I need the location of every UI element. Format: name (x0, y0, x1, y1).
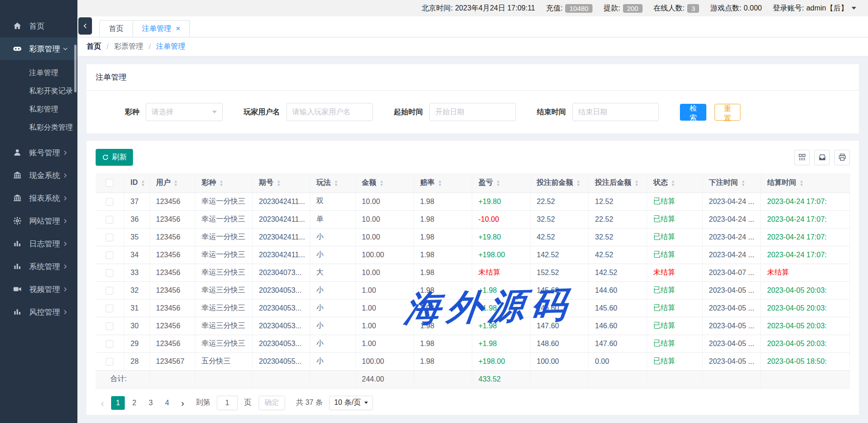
sidebar-item-log[interactable]: 日志管理 (0, 232, 77, 255)
col-header-odds[interactable]: 赔率▲▼ (414, 173, 472, 193)
cell-bet-time: 2023-04-05 ... (702, 335, 761, 352)
row-checkbox[interactable] (106, 287, 113, 295)
sidebar-item-account[interactable]: 账号管理 (0, 141, 77, 164)
cell-lottery: 幸运三分快三 (195, 281, 252, 299)
sidebar-subitem-private-lottery-category[interactable]: 私彩分类管理 (0, 118, 77, 137)
sidebar-item-cash[interactable]: 现金系统 (0, 164, 77, 187)
row-checkbox[interactable] (106, 340, 113, 348)
withdraw-badge[interactable]: 200 (623, 4, 643, 13)
select-all-checkbox[interactable] (106, 179, 113, 187)
row-checkbox[interactable] (106, 358, 113, 366)
sidebar-item-system[interactable]: 系统管理 (0, 255, 77, 278)
sort-icon[interactable]: ▲▼ (496, 179, 500, 187)
cell-after-amount: 22.52 (588, 210, 647, 228)
end-date-input[interactable] (572, 103, 659, 121)
col-header-profit[interactable]: 盈亏▲▼ (472, 173, 530, 193)
row-checkbox[interactable] (106, 234, 113, 241)
cell-before-amount: 142.52 (530, 246, 588, 264)
account-menu[interactable]: 登录账号: admin【后】 (773, 4, 856, 13)
cell-user: 123456 (149, 317, 195, 335)
breadcrumb-item[interactable]: 彩票管理 (114, 42, 143, 51)
row-checkbox[interactable] (106, 198, 113, 206)
col-header-amount[interactable]: 金额▲▼ (355, 173, 414, 193)
sidebar-item-report[interactable]: 报表系统 (0, 187, 77, 209)
col-header-before-amount[interactable]: 投注前金额▲▼ (530, 173, 588, 193)
withdraw-stat: 提款: 200 (603, 4, 642, 13)
row-checkbox[interactable] (106, 305, 113, 312)
sort-icon[interactable]: ▲▼ (635, 179, 639, 187)
col-header-issue[interactable]: 期号▲▼ (252, 173, 310, 193)
col-header-bet-time[interactable]: 下注时间▲▼ (702, 173, 761, 193)
sidebar-item-lottery[interactable]: 彩票管理 (0, 37, 77, 60)
sort-icon[interactable]: ▲▼ (438, 179, 442, 187)
pagination-page-4[interactable]: 4 (160, 396, 174, 410)
col-header-label: 赔率 (420, 178, 435, 186)
pagination-next[interactable]: › (177, 396, 189, 410)
row-checkbox[interactable] (106, 269, 113, 277)
col-header-play[interactable]: 玩法▲▼ (310, 173, 355, 193)
end-time-label: 结束时间 (537, 107, 566, 117)
recharge-badge[interactable]: 10480 (565, 4, 592, 13)
row-checkbox[interactable] (106, 322, 113, 330)
cell-user: 1234567 (149, 352, 195, 370)
sort-icon[interactable]: ▲▼ (141, 179, 145, 187)
tab-bet-orders[interactable]: 注单管理× (133, 20, 190, 37)
reset-button[interactable]: 重置 (715, 104, 740, 121)
refresh-button[interactable]: 刷新 (96, 149, 133, 166)
col-header-user[interactable]: 用户▲▼ (149, 173, 195, 193)
cell-bet-time: 2023-04-24 ... (702, 193, 761, 210)
username-input[interactable] (286, 103, 373, 121)
online-stat: 在线人数: 3 (654, 4, 700, 13)
lottery-select[interactable]: 请选择 (146, 103, 223, 121)
search-button[interactable]: 检索 (680, 104, 707, 121)
recharge-stat: 充值: 10480 (546, 4, 592, 13)
start-date-input[interactable] (429, 103, 516, 121)
sidebar-item-video[interactable]: 视频管理 (0, 278, 77, 301)
sort-icon[interactable]: ▲▼ (174, 179, 178, 187)
breadcrumb-item[interactable]: 首页 (87, 42, 101, 51)
col-header-settle-time[interactable]: 结算时间▲▼ (761, 173, 849, 193)
col-header-status[interactable]: 状态▲▼ (647, 173, 702, 193)
per-page-select[interactable]: 10 条/页 (329, 396, 373, 410)
row-checkbox[interactable] (106, 216, 113, 224)
sidebar-scrollbar[interactable] (74, 45, 77, 92)
column-filter-button[interactable] (794, 150, 810, 165)
goto-confirm-button[interactable]: 确定 (259, 396, 285, 410)
sort-icon[interactable]: ▲▼ (577, 179, 581, 187)
pagination-page-2[interactable]: 2 (128, 396, 141, 410)
goto-page-input[interactable] (217, 396, 238, 410)
sidebar-collapse-button[interactable] (78, 17, 92, 35)
pagination-page-1[interactable]: 1 (111, 396, 125, 410)
table-row: 33123456幸运三分快三202304073...大10.001.98未结算1… (96, 264, 849, 281)
sort-icon[interactable]: ▲▼ (800, 179, 804, 187)
col-header-id[interactable]: ID▲▼ (124, 173, 149, 193)
cell-lottery: 幸运三分快三 (195, 299, 252, 317)
online-badge[interactable]: 3 (687, 4, 699, 13)
sidebar-item-website[interactable]: 网站管理 (0, 209, 77, 232)
sort-icon[interactable]: ▲▼ (334, 179, 338, 187)
sidebar-subitem-private-lottery[interactable]: 私彩管理 (0, 100, 77, 118)
col-header-after-amount[interactable]: 投注后金额▲▼ (588, 173, 647, 193)
sort-icon[interactable]: ▲▼ (220, 179, 224, 187)
cell-status: 已结算 (647, 228, 702, 246)
sidebar-item-home[interactable]: 首页 (0, 15, 77, 37)
pagination-page-3[interactable]: 3 (144, 396, 158, 410)
sort-icon[interactable]: ▲▼ (671, 179, 675, 187)
sort-icon[interactable]: ▲▼ (380, 179, 384, 187)
col-header-label: ID (131, 178, 138, 186)
export-button[interactable] (814, 150, 830, 165)
sidebar-item-risk[interactable]: 风控管理 (0, 301, 77, 323)
sidebar-subitem-bet-orders[interactable]: 注单管理 (0, 64, 77, 82)
sort-icon[interactable]: ▲▼ (741, 179, 745, 187)
col-header-lottery[interactable]: 彩种▲▼ (195, 173, 252, 193)
close-icon[interactable]: × (176, 24, 180, 33)
tab-home[interactable]: 首页 (99, 20, 133, 37)
breadcrumb-separator: / (107, 43, 108, 51)
breadcrumb: 首页/彩票管理/注单管理 (77, 37, 868, 56)
row-checkbox[interactable] (106, 251, 113, 259)
sort-icon[interactable]: ▲▼ (277, 179, 281, 187)
print-button[interactable] (834, 150, 850, 165)
sidebar-subitem-private-draw-records[interactable]: 私彩开奖记录 (0, 82, 77, 100)
chevron-down-icon (212, 111, 217, 113)
pagination-prev[interactable]: ‹ (97, 396, 108, 410)
